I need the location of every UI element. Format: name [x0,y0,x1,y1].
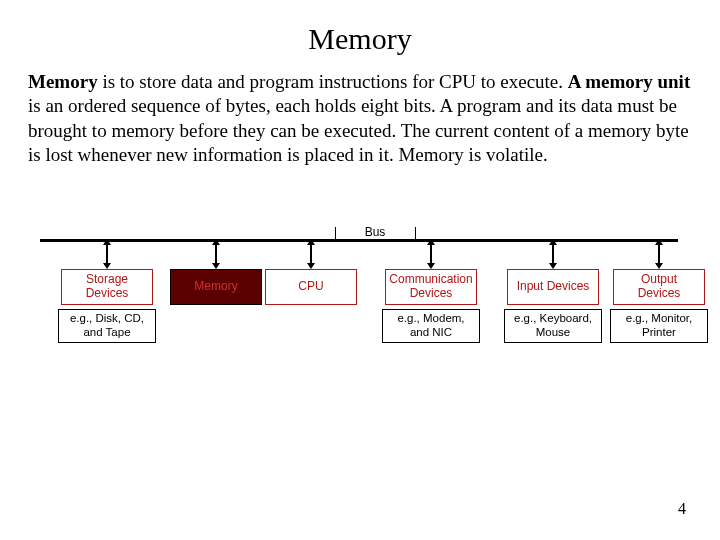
bus-label: Bus [335,225,415,239]
component-caption: e.g., Keyboard, Mouse [504,309,602,343]
component-box: Input Devices [507,269,599,305]
branch: Input Devicese.g., Keyboard, Mouse [504,239,602,343]
emph-memory-unit: A memory unit [568,71,690,92]
branch: Output Devicese.g., Monitor, Printer [610,239,708,343]
branch: CPU [265,239,357,305]
component-box: Output Devices [613,269,705,305]
component-box: Storage Devices [61,269,153,305]
component-box: Memory [170,269,262,305]
memory-paragraph: Memory is to store data and program inst… [28,70,692,167]
para-text-2: is an ordered sequence of bytes, each ho… [28,95,689,165]
component-caption: e.g., Modem, and NIC [382,309,480,343]
branch: Memory [170,239,262,305]
component-caption: e.g., Disk, CD, and Tape [58,309,156,343]
bus-diagram: Bus Storage Devicese.g., Disk, CD, and T… [30,199,690,359]
component-box: Communication Devices [385,269,477,305]
component-box: CPU [265,269,357,305]
page-number: 4 [678,500,686,518]
branch: Communication Devicese.g., Modem, and NI… [382,239,480,343]
page-title: Memory [0,22,720,56]
emph-memory: Memory [28,71,98,92]
component-caption: e.g., Monitor, Printer [610,309,708,343]
para-text-1: is to store data and program instruction… [98,71,568,92]
branch: Storage Devicese.g., Disk, CD, and Tape [58,239,156,343]
